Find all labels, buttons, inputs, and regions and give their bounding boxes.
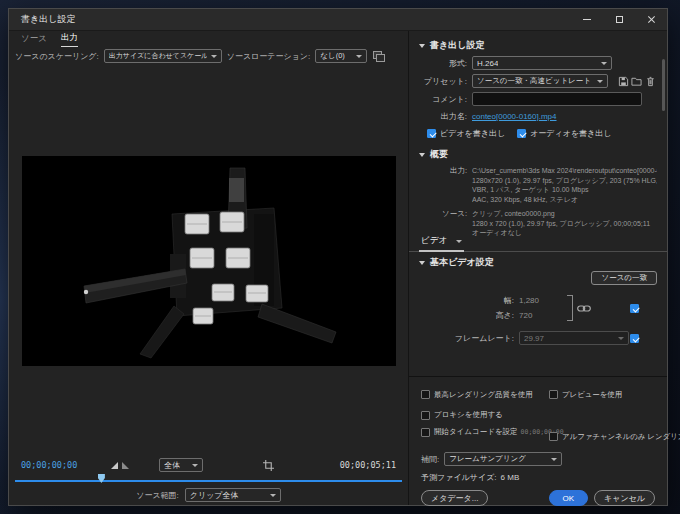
basic-video-title: 基本ビデオ設定 [430,256,494,269]
scaling-select[interactable]: 出力サイズに合わせてスケール [104,49,222,63]
render-options: 最高レンダリング品質を使用 プレビューを使用 プロキシを使用する [409,376,667,505]
summary-header[interactable]: 概要 [419,148,657,161]
chain-link-icon [577,304,591,313]
start-timecode-checkbox[interactable] [421,428,430,437]
rotation-select[interactable]: なし(0) [315,49,367,63]
preset-value: ソースの一致・高速ビットレート [477,76,591,86]
summary-source-block: ソース: クリップ, conteo0000.png 1280 x 720 (1.… [419,209,657,236]
start-timecode-label: 開始タイムコードを設定 [434,427,518,437]
source-range-label: ソース範囲: [136,490,179,501]
alpha-only-checkbox[interactable] [549,432,558,441]
export-audio-checkbox[interactable] [517,129,526,138]
estimated-size-label: 予測ファイルサイズ: [421,472,497,483]
preview-zone [9,65,408,457]
save-icon [618,76,629,87]
width-value: 1,280 [519,296,539,305]
summary-line: オーディオなし [472,228,657,236]
chevron-down-icon [270,494,276,497]
duration-timecode: 00;00;05;11 [340,460,396,470]
import-preset-button[interactable] [630,74,644,88]
framerate-row: フレームレート: 29.97 [419,331,657,345]
trash-icon [645,76,656,87]
export-settings-dialog: 書き出し設定 ソース 出力 ソースのスケーリング: 出力サイズに合わせてスケール… [8,8,668,506]
format-select[interactable]: H.264 [472,56,612,70]
in-point-marker-icon[interactable] [111,462,118,469]
link-aspect-button[interactable] [577,301,591,315]
minimize-button[interactable] [571,9,603,30]
use-previews-checkbox[interactable] [549,390,558,399]
size-link-bracket [567,295,573,321]
match-source-button[interactable]: ソースの一致 [591,271,657,285]
video-preview[interactable] [22,156,396,366]
output-name-link[interactable]: conteo[0000-0160].mp4 [472,112,557,121]
out-point-marker-icon[interactable] [122,462,129,469]
source-preview-panel: ソース 出力 ソースのスケーリング: 出力サイズに合わせてスケール ソースローテ… [9,31,409,505]
summary-title: 概要 [430,148,448,161]
framerate-select[interactable]: 29.97 [519,331,629,345]
export-video-checkbox[interactable] [427,129,436,138]
zoom-value: 全体 [164,460,180,471]
current-timecode[interactable]: 00;00;00;00 [21,460,77,470]
save-preset-button[interactable] [616,74,630,88]
source-range-value: クリップ全体 [190,490,239,501]
start-timecode-option[interactable]: 開始タイムコードを設定 [421,427,518,437]
scaling-controls: ソースのスケーリング: 出力サイズに合わせてスケール ソースローテーション: な… [9,47,408,65]
tab-output[interactable]: 出力 [61,32,78,47]
maximize-button[interactable] [603,9,635,30]
source-range-select[interactable]: クリップ全体 [185,488,281,502]
chevron-down-icon [419,44,425,48]
summary-source-label: ソース: [419,209,467,236]
alpha-only-label: アルファチャンネルのみ レンダリング [562,432,680,442]
export-audio-label: オーディオを書き出し [530,128,611,139]
delete-preset-button[interactable] [643,74,657,88]
use-proxies-option[interactable]: プロキシを使用する [421,410,503,420]
video-tab-bar: ビデオ [409,236,667,252]
scaling-label: ソースのスケーリング: [15,51,99,62]
export-settings-header[interactable]: 書き出し設定 [419,39,657,52]
summary-line: 1280 x 720 (1.0), 29.97 fps, プログレッシブ, 00… [472,219,657,229]
rendered-3d-object [22,156,396,366]
tab-source[interactable]: ソース [21,33,47,47]
interpolation-select[interactable]: フレームサンプリング [444,452,562,466]
chevron-down-icon [356,55,362,58]
use-previews-option[interactable]: プレビューを使用 [549,390,622,400]
crop-button[interactable] [261,458,275,472]
comment-input[interactable] [472,92,642,106]
export-video-option[interactable]: ビデオを書き出し [427,128,505,139]
frame-size-block: 幅: 1,280 高さ: 720 [419,293,657,323]
rotation-value: なし(0) [320,51,345,61]
image-icon [373,51,385,62]
timeline-scrubber[interactable] [11,473,406,485]
ok-button[interactable]: OK [549,490,589,506]
crop-icon [263,460,274,471]
summary-output-label: 出力: [419,166,467,204]
folder-icon [631,76,642,87]
chevron-down-icon [419,261,425,265]
alpha-only-option[interactable]: アルファチャンネルのみ レンダリング [549,432,680,442]
source-range-row: ソース範囲: クリップ全体 [9,485,408,505]
preset-select[interactable]: ソースの一致・高速ビットレート [472,74,608,88]
preview-image-icon[interactable] [372,49,386,63]
scrollbar[interactable] [662,59,665,111]
tab-video[interactable]: ビデオ [419,235,464,252]
work-area-bar[interactable] [15,480,402,482]
output-name-label: 出力名: [419,111,467,122]
use-proxies-checkbox[interactable] [421,411,430,420]
size-override-checkbox[interactable] [630,304,639,313]
max-quality-option[interactable]: 最高レンダリング品質を使用 [421,390,533,400]
titlebar[interactable]: 書き出し設定 [9,9,667,31]
preview-tabs: ソース 出力 [9,31,408,47]
framerate-override-checkbox[interactable] [630,334,639,343]
max-quality-checkbox[interactable] [421,390,430,399]
basic-video-header[interactable]: 基本ビデオ設定 [419,256,657,269]
chevron-down-icon [419,153,425,157]
comment-label: コメント: [419,94,467,105]
close-button[interactable] [635,9,667,30]
chevron-down-icon [618,337,624,340]
cancel-button[interactable]: キャンセル [594,490,655,506]
zoom-select[interactable]: 全体 [159,458,203,472]
tab-video-label: ビデオ [421,235,447,247]
metadata-button[interactable]: メタデータ... [421,490,488,506]
chevron-down-icon [551,458,557,461]
export-audio-option[interactable]: オーディオを書き出し [517,128,611,139]
